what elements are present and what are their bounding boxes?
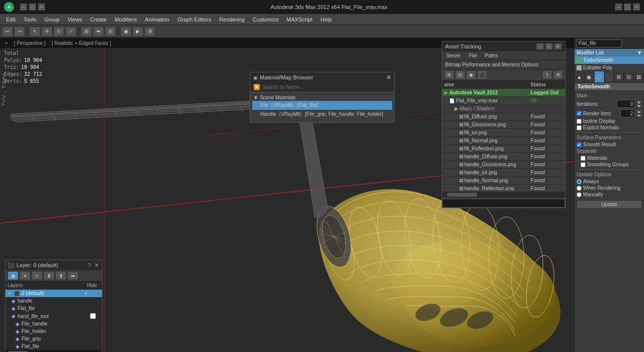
menu-animation[interactable]: Animation xyxy=(141,15,173,23)
rp-icon-3[interactable]: ⬛ xyxy=(605,71,615,82)
close-btn-r[interactable]: × xyxy=(633,3,640,10)
mat-search-input[interactable] xyxy=(262,84,391,90)
at-row-6[interactable]: 🖼 fill_Normal.pngFound xyxy=(442,137,565,145)
at-scrollbar-thumb[interactable] xyxy=(447,193,477,197)
at-row-10[interactable]: 🖼 handle_ior.pngFound xyxy=(442,169,565,177)
at-row-2[interactable]: ▶ Maps / Shaders xyxy=(442,105,565,113)
at-row-1[interactable]: 📄 Flat_File_vray.maxOk xyxy=(442,97,565,105)
layer-item-5[interactable]: ◉ File_holder ··· xyxy=(5,328,102,335)
close-btn[interactable]: × xyxy=(38,3,45,10)
rp-icon-6[interactable]: ⊠ xyxy=(634,71,644,82)
tb-select[interactable]: ↖ xyxy=(29,26,40,36)
ts-iterations-input[interactable] xyxy=(617,100,635,108)
at-maximize-btn[interactable]: □ xyxy=(545,43,553,50)
at-tb-1[interactable]: ⊟ xyxy=(455,70,465,79)
tb-align[interactable]: ⊟ xyxy=(105,26,116,36)
tb-scale[interactable]: ⤢ xyxy=(65,26,76,36)
rp-icon-1[interactable]: ◉ xyxy=(585,71,595,82)
menu-tools[interactable]: Tools xyxy=(19,15,40,23)
menu-customize[interactable]: Customize xyxy=(249,15,283,23)
at-close-btn[interactable]: ✕ xyxy=(554,43,562,50)
rp-icon-5[interactable]: ⊟ xyxy=(624,71,634,82)
tb-render[interactable]: ▶ xyxy=(132,26,143,36)
layers-help-btn[interactable]: ? xyxy=(87,262,92,269)
ts-smooth-check[interactable] xyxy=(577,142,582,147)
menu-maxscript[interactable]: MAXScript xyxy=(283,15,317,23)
restore-btn[interactable]: □ xyxy=(29,3,36,10)
mat-item-1[interactable]: Handle（VRayMtl）[File_grip, File_handle, … xyxy=(252,110,392,119)
at-menu-server[interactable]: Server xyxy=(444,52,463,59)
ts-update-btn[interactable]: Update xyxy=(577,200,642,209)
asset-tracking-titlebar[interactable]: Asset Tracking – □ ✕ xyxy=(442,41,565,51)
rp-icon-0[interactable]: ▲ xyxy=(575,71,585,82)
menu-rendering[interactable]: Rendering xyxy=(215,15,249,23)
at-row-8[interactable]: 🖼 handle_Diffuse.pngFound xyxy=(442,153,565,161)
rp-icon-4[interactable]: ⊞ xyxy=(614,71,624,82)
menu-help[interactable]: Help xyxy=(317,15,336,23)
at-menu-paths[interactable]: Paths xyxy=(483,52,500,59)
tb-undo[interactable]: ↩ xyxy=(2,26,13,36)
modifier-turbosm[interactable]: TurboSmooth xyxy=(575,56,644,64)
layer-item-0[interactable]: 👁 ⬛ 0 (default) ✓ ··· xyxy=(5,290,102,297)
tb-material[interactable]: ◉ xyxy=(120,26,131,36)
at-tb-2[interactable]: ◉ xyxy=(466,70,476,79)
mat-browser-titlebar[interactable]: ◉ Material/Map Browser ✕ xyxy=(250,72,394,82)
scene-name-input[interactable] xyxy=(577,39,622,47)
at-row-5[interactable]: 🖼 fill_ior.pngFound xyxy=(442,129,565,137)
ts-render-down[interactable]: ▼ xyxy=(636,113,642,117)
at-row-3[interactable]: 🖼 fill_Diffuse.pngFound xyxy=(442,113,565,121)
ts-iter-up[interactable]: ▲ xyxy=(636,100,642,104)
menu-edit[interactable]: Edit xyxy=(2,15,19,23)
tb-redo[interactable]: ↪ xyxy=(14,26,25,36)
at-scrollbar-h[interactable] xyxy=(442,192,565,198)
at-row-7[interactable]: 🖼 fill_Reflection.pngFound xyxy=(442,145,565,153)
ts-manually-radio[interactable] xyxy=(577,192,582,197)
mat-item-0[interactable]: File（VRayMtl）[Flat_file] xyxy=(252,101,392,110)
ts-render-up[interactable]: ▲ xyxy=(636,109,642,113)
rp-icon-2[interactable]: ⬡ xyxy=(595,71,605,82)
modifier-editpoly[interactable]: Editable Poly xyxy=(575,64,644,71)
menu-create[interactable]: Create xyxy=(86,15,110,23)
menu-group[interactable]: Group xyxy=(40,15,64,23)
ts-render-iters-check[interactable] xyxy=(577,111,582,116)
at-menu-file[interactable]: File xyxy=(467,52,479,59)
menu-graph-editors[interactable]: Graph Editors xyxy=(173,15,215,23)
at-row-9[interactable]: 🖼 handle_Glossiness.pngFound xyxy=(442,161,565,169)
at-tb-settings[interactable]: ⚙ xyxy=(553,70,563,79)
ts-materials-check[interactable] xyxy=(581,156,586,161)
layer-item-1[interactable]: ◉ handle ··· xyxy=(5,297,102,305)
ts-smoothing-check[interactable] xyxy=(581,162,586,167)
at-row-0[interactable]: ▶ Autodesk Vault 2012Logged Out xyxy=(442,89,565,97)
menu-modifiers[interactable]: Modifiers xyxy=(110,15,141,23)
tb-snap[interactable]: ⊞ xyxy=(81,26,92,36)
minimize-btn[interactable]: – xyxy=(20,3,27,10)
viewport-area[interactable]: + [ Perspective ] [ Realistic + Edged Fa… xyxy=(0,38,574,352)
at-minimize-btn[interactable]: – xyxy=(536,43,544,50)
at-tb-3[interactable]: ⬛ xyxy=(477,70,487,79)
at-tb-0[interactable]: ⊞ xyxy=(444,70,454,79)
at-row-11[interactable]: 🖼 handle_Normal.pngFound xyxy=(442,177,565,185)
tb-mirror[interactable]: ⬌ xyxy=(93,26,104,36)
tb-move[interactable]: ✛ xyxy=(41,26,52,36)
layer-item-4[interactable]: ◉ File_handle ··· xyxy=(5,320,102,328)
layers-tb-btn-4[interactable]: ⬆ xyxy=(55,271,66,280)
tb-rotate[interactable]: ↻ xyxy=(53,26,64,36)
at-path-input[interactable] xyxy=(442,199,565,208)
at-tb-help[interactable]: ? xyxy=(542,70,552,79)
viewport-render-mode[interactable]: [ Realistic + Edged Faces ] xyxy=(49,40,113,46)
layer-checkbox-3[interactable] xyxy=(90,313,96,319)
ts-isoline-check[interactable] xyxy=(577,119,582,124)
viewport-plus[interactable]: + xyxy=(3,40,10,46)
layer-item-3[interactable]: ◉ hand_file_tool ··· xyxy=(5,312,102,320)
mat-browser-close[interactable]: ✕ xyxy=(386,74,391,81)
maximize-btn-r[interactable]: □ xyxy=(624,3,631,10)
viewport-perspective[interactable]: [ Perspective ] xyxy=(12,40,47,46)
menu-views[interactable]: Views xyxy=(63,15,86,23)
ts-iter-down[interactable]: ▼ xyxy=(636,104,642,108)
layers-tb-btn-3[interactable]: ⬇ xyxy=(43,271,54,280)
tb-render-settings[interactable]: ⚙ xyxy=(144,26,155,36)
layer-item-6[interactable]: ◉ File_grip ··· xyxy=(5,335,102,343)
layers-close-btn[interactable]: ✕ xyxy=(93,262,100,269)
ts-render-iters-input[interactable] xyxy=(621,109,635,117)
minimize-btn-r[interactable]: – xyxy=(615,3,622,10)
